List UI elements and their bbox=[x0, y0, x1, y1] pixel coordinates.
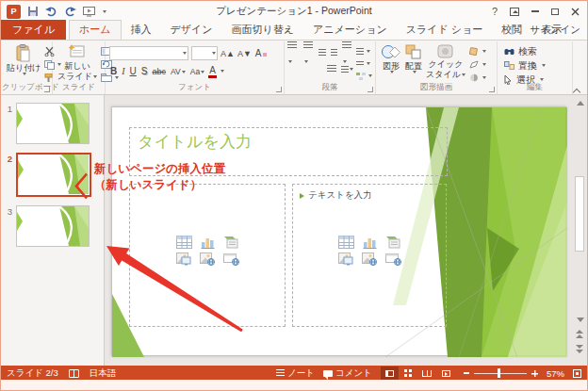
zoom-slider-thumb[interactable] bbox=[498, 368, 500, 378]
save-icon[interactable] bbox=[27, 6, 39, 17]
shape-outline-button[interactable] bbox=[469, 59, 486, 70]
vertical-scrollbar[interactable] bbox=[574, 97, 586, 364]
fit-to-window-icon[interactable] bbox=[573, 369, 581, 378]
character-spacing-button[interactable]: AV bbox=[170, 65, 187, 78]
redo-icon[interactable] bbox=[64, 7, 76, 17]
insert-picture-icon[interactable] bbox=[176, 253, 191, 266]
tab-home[interactable]: ホーム bbox=[69, 20, 122, 40]
convert-smartart-button[interactable] bbox=[356, 71, 372, 81]
slide-sorter-view-button[interactable] bbox=[400, 367, 417, 380]
font-name-combo[interactable] bbox=[109, 46, 188, 60]
group-paragraph: 段落 bbox=[285, 41, 376, 94]
insert-video-icon[interactable] bbox=[223, 253, 239, 266]
increase-indent-button[interactable] bbox=[331, 49, 338, 57]
thumbnail-slide-3[interactable]: 3 bbox=[1, 205, 104, 247]
font-dialog-launcher[interactable] bbox=[276, 87, 282, 92]
paste-button[interactable]: 貼り付け bbox=[5, 43, 42, 83]
restore-icon[interactable] bbox=[551, 8, 559, 15]
font-color-button[interactable]: A bbox=[208, 65, 217, 78]
powerpoint-logo-icon[interactable]: P bbox=[7, 5, 21, 19]
qat-customize-icon[interactable] bbox=[102, 3, 106, 20]
strikethrough-button[interactable]: abc bbox=[151, 65, 167, 78]
shape-effects-icon bbox=[469, 73, 480, 82]
columns-button[interactable] bbox=[341, 60, 353, 77]
slide-thumbnail[interactable] bbox=[16, 103, 90, 144]
zoom-in-icon[interactable] bbox=[531, 370, 538, 377]
zoom-percentage[interactable]: 57% bbox=[547, 368, 564, 379]
collapse-ribbon-icon[interactable] bbox=[574, 87, 581, 91]
paragraph-dialog-launcher[interactable] bbox=[368, 87, 373, 92]
start-from-beginning-icon[interactable] bbox=[83, 7, 95, 17]
window-controls: ? bbox=[492, 7, 580, 17]
title-placeholder[interactable]: タイトルを入力 bbox=[129, 127, 448, 176]
tab-file[interactable]: ファイル bbox=[1, 20, 66, 40]
content-placeholder-right[interactable]: テキストを入力 bbox=[292, 184, 447, 327]
underline-button[interactable]: U bbox=[129, 65, 138, 78]
new-slide-button[interactable]: 新しい スライド bbox=[56, 43, 99, 83]
insert-picture-icon[interactable] bbox=[338, 253, 353, 266]
help-icon[interactable]: ? bbox=[492, 7, 498, 17]
insert-smartart-icon[interactable] bbox=[223, 236, 239, 249]
slide-number: 3 bbox=[1, 205, 16, 247]
quick-styles-button[interactable]: クイック スタイル bbox=[424, 43, 467, 83]
drawing-dialog-launcher[interactable] bbox=[489, 87, 495, 92]
clipboard-dialog-launcher[interactable] bbox=[44, 87, 50, 92]
shape-fill-button[interactable] bbox=[469, 46, 486, 57]
sign-in-link[interactable]: サインイン bbox=[530, 24, 580, 37]
insert-table-icon[interactable] bbox=[338, 236, 354, 249]
italic-button[interactable]: I bbox=[121, 65, 125, 78]
find-button[interactable]: 検索 bbox=[504, 45, 546, 57]
text-shadow-button[interactable]: S bbox=[140, 65, 149, 78]
insert-online-picture-icon[interactable] bbox=[200, 253, 215, 266]
increase-font-button[interactable]: A▲ bbox=[220, 49, 235, 58]
notes-button[interactable]: ノート bbox=[276, 367, 315, 380]
slide-thumbnail-selected[interactable] bbox=[16, 153, 91, 197]
insert-online-picture-icon[interactable] bbox=[362, 253, 377, 266]
align-text-button[interactable] bbox=[356, 58, 372, 69]
tab-review[interactable]: 校閲 bbox=[492, 21, 531, 40]
bold-button[interactable]: B bbox=[109, 65, 118, 78]
previous-slide-icon[interactable] bbox=[576, 330, 584, 339]
thumbnail-slide-1[interactable]: 1 bbox=[1, 103, 104, 144]
content-placeholder-left[interactable] bbox=[129, 184, 286, 327]
insert-chart-icon[interactable] bbox=[201, 236, 215, 249]
slide-canvas[interactable]: タイトルを入力 テキストを入力 bbox=[111, 106, 566, 356]
undo-icon[interactable] bbox=[45, 7, 57, 17]
next-slide-icon[interactable] bbox=[576, 345, 584, 354]
scroll-up-icon[interactable] bbox=[577, 101, 584, 106]
comments-button[interactable]: コメント bbox=[323, 367, 372, 380]
tab-insert[interactable]: 挿入 bbox=[122, 21, 161, 40]
change-case-button[interactable]: Aa bbox=[189, 65, 205, 78]
shapes-button[interactable]: 図形 bbox=[379, 43, 403, 83]
spellcheck-icon[interactable] bbox=[69, 369, 79, 378]
text-direction-button[interactable] bbox=[356, 46, 372, 57]
ribbon-display-options-icon[interactable] bbox=[510, 8, 519, 16]
scrollbar-thumb[interactable] bbox=[575, 176, 584, 252]
insert-table-icon[interactable] bbox=[176, 236, 192, 249]
insert-video-icon[interactable] bbox=[385, 253, 401, 266]
normal-view-button[interactable] bbox=[381, 367, 399, 380]
scroll-down-icon[interactable] bbox=[577, 318, 584, 322]
decrease-indent-button[interactable] bbox=[318, 49, 326, 57]
smartart-mini-icon bbox=[356, 73, 366, 80]
slide-thumbnail[interactable] bbox=[16, 205, 90, 247]
insert-smartart-icon[interactable] bbox=[385, 236, 401, 249]
thumbnail-slide-2[interactable]: 2 bbox=[1, 153, 104, 197]
clear-formatting-button[interactable]: A bbox=[254, 47, 268, 60]
justify-button[interactable] bbox=[327, 65, 336, 73]
reading-view-button[interactable] bbox=[418, 367, 436, 380]
replace-button[interactable]: 置換 bbox=[504, 59, 546, 72]
tab-design[interactable]: デザイン bbox=[161, 21, 222, 40]
zoom-out-icon[interactable] bbox=[464, 372, 469, 374]
tab-slideshow[interactable]: スライド ショー bbox=[397, 21, 493, 40]
group-clipboard: 貼り付け クリップボード bbox=[2, 41, 53, 94]
zoom-slider[interactable] bbox=[474, 368, 527, 378]
insert-chart-icon[interactable] bbox=[363, 236, 377, 249]
font-size-combo[interactable] bbox=[191, 46, 218, 60]
decrease-font-button[interactable]: A▼ bbox=[237, 49, 252, 58]
minimize-icon[interactable] bbox=[531, 10, 539, 12]
language-indicator[interactable]: 日本語 bbox=[90, 367, 117, 380]
arrange-button[interactable]: 配置 bbox=[403, 43, 424, 83]
slideshow-view-button[interactable] bbox=[437, 367, 455, 380]
close-icon[interactable] bbox=[571, 8, 580, 16]
